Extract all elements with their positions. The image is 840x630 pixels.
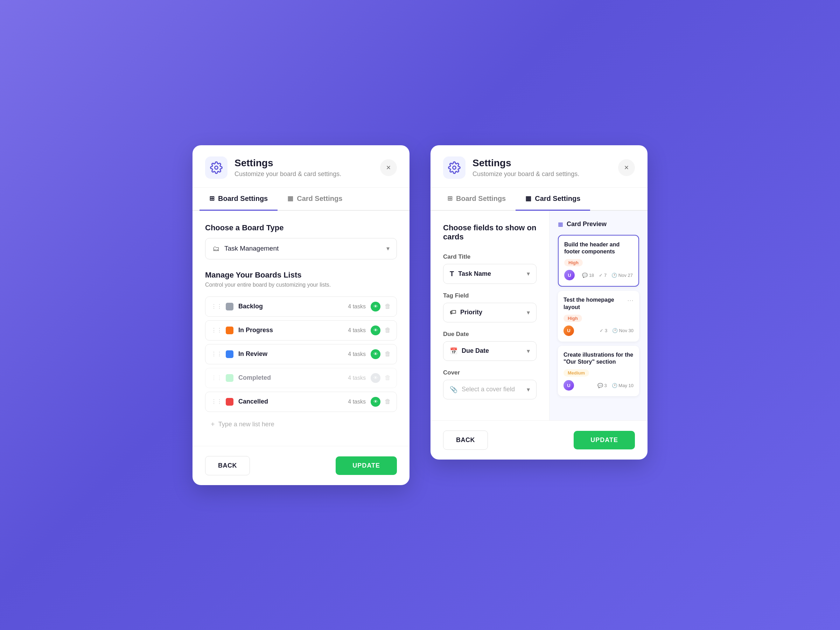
delete-list-icon[interactable]: 🗑: [385, 374, 391, 382]
field-label-card-title: Card Title: [443, 253, 537, 261]
tag-field-value: Priority: [460, 309, 482, 316]
board-type-value: Task Management: [224, 245, 279, 253]
panel-right-footer: BACK UPDATE: [431, 420, 647, 459]
list-item: ⋮⋮ In Progress 4 tasks 👁 🗑: [205, 320, 397, 341]
tabs-right: ⊞ Board Settings ▦ Card Settings: [431, 188, 647, 211]
lists-subtitle: Control your entire board by customizing…: [205, 282, 397, 288]
back-button[interactable]: BACK: [443, 431, 488, 450]
delete-list-icon[interactable]: 🗑: [385, 351, 391, 358]
panel-subtitle: Customize your board & card settings.: [235, 171, 341, 178]
panel-left-header: Settings Customize your board & card set…: [193, 145, 409, 188]
tag-field-select[interactable]: 🏷 Priority ▾: [443, 303, 537, 322]
add-list-button[interactable]: + Type a new list here: [205, 415, 397, 433]
chevron-down-icon: ▾: [527, 309, 530, 316]
visibility-toggle[interactable]: 👁: [371, 349, 381, 359]
visibility-toggle[interactable]: 👁: [371, 373, 381, 383]
list-item: ⋮⋮ Completed 4 tasks 👁 🗑: [205, 368, 397, 388]
update-button[interactable]: UPDATE: [336, 456, 397, 475]
list-name: Cancelled: [238, 398, 348, 405]
drag-handle-icon[interactable]: ⋮⋮: [211, 398, 222, 405]
list-name: In Review: [238, 351, 348, 358]
chevron-down-icon: ▾: [387, 245, 390, 253]
close-button[interactable]: ×: [380, 159, 397, 176]
eye-icon: 👁: [373, 351, 378, 357]
preview-card-icon: ▦: [558, 221, 563, 227]
cover-field-select[interactable]: 📎 Select a cover field ▾: [443, 380, 537, 399]
cover-field-placeholder: Select a cover field: [462, 386, 515, 393]
tab-board-settings-left[interactable]: ⊞ Board Settings: [199, 188, 278, 211]
drag-handle-icon[interactable]: ⋮⋮: [211, 303, 222, 310]
avatar: U: [564, 380, 574, 391]
header-left: Settings Customize your board & card set…: [205, 156, 341, 179]
card-preview-header: ▦ Card Preview: [558, 221, 639, 228]
drag-handle-icon[interactable]: ⋮⋮: [211, 351, 222, 357]
tag-icon: 🏷: [450, 309, 456, 316]
text-icon: T: [450, 270, 454, 278]
list-name: Backlog: [238, 303, 348, 310]
list-task-count: 4 tasks: [348, 303, 366, 310]
list-color-dot: [226, 351, 234, 358]
back-button[interactable]: BACK: [205, 456, 250, 475]
visibility-toggle[interactable]: 👁: [371, 325, 381, 335]
list-name: Completed: [238, 374, 348, 382]
tab-card-settings-right[interactable]: ▦ Card Settings: [516, 188, 590, 211]
update-button[interactable]: UPDATE: [574, 431, 635, 449]
drag-handle-icon[interactable]: ⋮⋮: [211, 327, 222, 333]
panel-title: Settings: [235, 157, 341, 169]
due-date: 🕐 Nov 27: [611, 273, 633, 278]
list-task-count: 4 tasks: [348, 327, 366, 333]
mini-card-title: Build the header and footer components: [564, 241, 633, 256]
priority-badge: High: [564, 315, 582, 322]
visibility-toggle[interactable]: 👁: [371, 302, 381, 311]
svg-point-1: [453, 166, 456, 169]
add-list-label: Type a new list here: [218, 421, 275, 428]
delete-list-icon[interactable]: 🗑: [385, 398, 391, 405]
mini-card-footer: U 💬 3 🕐 May 10: [564, 380, 633, 391]
field-row-cover: Cover 📎 Select a cover field ▾: [443, 369, 537, 399]
mini-card-stats: 💬 18 ✓ 7 🕐 Nov 27: [582, 273, 633, 278]
due-date-select[interactable]: 📅 Due Date ▾: [443, 341, 537, 361]
comment-count: 💬 3: [597, 383, 607, 388]
card-title-select[interactable]: T Task Name ▾: [443, 264, 537, 284]
list-name: In Progress: [238, 327, 348, 334]
list-item: ⋮⋮ In Review 4 tasks 👁 🗑: [205, 344, 397, 364]
eye-icon: 👁: [373, 328, 378, 333]
field-row-due-date: Due Date 📅 Due Date ▾: [443, 331, 537, 361]
field-label-tag: Tag Field: [443, 292, 537, 299]
list-color-dot: [226, 398, 234, 406]
avatar: U: [564, 325, 574, 336]
gear-icon-box: [443, 156, 466, 179]
check-count: ✓ 3: [600, 328, 607, 333]
list-item: ⋮⋮ Cancelled 4 tasks 👁 🗑: [205, 392, 397, 412]
panel-left-body: Choose a Board Type 🗂 Task Management ▾ …: [193, 211, 409, 446]
comment-count: 💬 18: [582, 273, 594, 278]
visibility-toggle[interactable]: 👁: [371, 397, 381, 407]
board-type-title: Choose a Board Type: [205, 223, 397, 232]
delete-list-icon[interactable]: 🗑: [385, 303, 391, 310]
delete-list-icon[interactable]: 🗑: [385, 327, 391, 334]
due-date: 🕐 Nov 30: [612, 328, 633, 333]
due-date: 🕐 May 10: [612, 383, 633, 388]
avatar: U: [564, 270, 575, 280]
drag-handle-icon[interactable]: ⋮⋮: [211, 374, 222, 381]
priority-badge: Medium: [564, 369, 589, 377]
panel-right-header: Settings Customize your board & card set…: [431, 145, 647, 188]
board-type-icon: 🗂: [212, 245, 219, 253]
board-type-select[interactable]: 🗂 Task Management ▾: [205, 238, 397, 259]
tab-board-settings-right[interactable]: ⊞ Board Settings: [437, 188, 516, 211]
header-titles: Settings Customize your board & card set…: [235, 157, 341, 178]
header-titles: Settings Customize your board & card set…: [472, 157, 579, 178]
due-date-value: Due Date: [462, 347, 489, 355]
more-options-icon[interactable]: ⋯: [627, 297, 633, 304]
calendar-icon: 📅: [450, 347, 458, 355]
mini-card[interactable]: Build the header and footer components H…: [558, 235, 639, 287]
field-label-due-date: Due Date: [443, 331, 537, 338]
tab-card-settings-left[interactable]: ▦ Card Settings: [278, 188, 352, 211]
close-button[interactable]: ×: [618, 159, 635, 176]
mini-card[interactable]: Create illustrations for the "Our Story"…: [558, 346, 639, 396]
field-label-cover: Cover: [443, 369, 537, 376]
lists-title: Manage Your Boards Lists: [205, 270, 397, 279]
mini-card[interactable]: Test the homepage layout ⋯ High U ✓ 3 🕐 …: [558, 291, 639, 342]
card-title-value: Task Name: [458, 270, 491, 278]
right-body: Choose fields to show on cards Card Titl…: [431, 211, 647, 420]
